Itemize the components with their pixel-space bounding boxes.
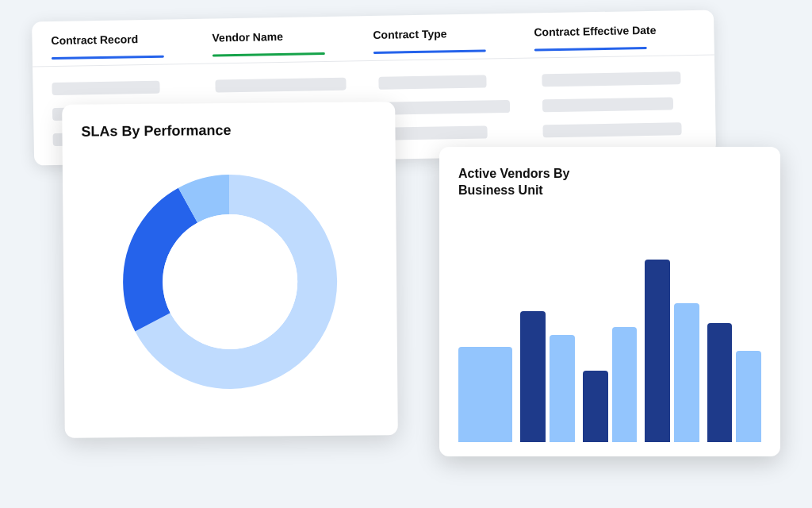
- bar-light-5: [736, 351, 761, 442]
- skeleton-cell: [542, 97, 673, 112]
- skeleton-cell: [542, 71, 680, 87]
- col-contract-type: Contract Type: [373, 25, 534, 48]
- bar-chart-area: [458, 212, 761, 442]
- bar-dark-2: [520, 311, 546, 442]
- skeleton-cell: [379, 126, 487, 140]
- donut-chart-svg: [110, 162, 350, 402]
- bar-group-1: [458, 347, 512, 442]
- bar-light-4: [674, 303, 699, 442]
- skeleton-cell: [379, 100, 510, 115]
- bar-group-5: [707, 323, 761, 442]
- skeleton-cell: [542, 122, 681, 137]
- sla-chart-card: SLAs By Performance: [62, 102, 398, 438]
- bar-light-2: [550, 335, 575, 442]
- bar-light-1: [458, 347, 512, 442]
- bar-chart-card: Active Vendors ByBusiness Unit: [439, 147, 780, 456]
- sla-chart-title: SLAs By Performance: [81, 121, 376, 140]
- bar-chart-title: Active Vendors ByBusiness Unit: [458, 166, 761, 199]
- bar-group-2: [520, 311, 574, 442]
- skeleton-cell: [215, 78, 346, 93]
- bar-dark-4: [645, 260, 670, 442]
- skeleton-cell: [52, 81, 159, 95]
- svg-point-3: [162, 214, 297, 349]
- bar-dark-5: [707, 323, 733, 442]
- bar-group-4: [645, 260, 699, 442]
- col-contract-record: Contract Record: [51, 32, 212, 54]
- skeleton-cell: [378, 75, 486, 90]
- bar-dark-3: [583, 371, 608, 442]
- donut-chart-container: [82, 153, 379, 410]
- scene: Contract Record Vendor Name Contract Typ…: [0, 0, 812, 508]
- bar-group-3: [583, 327, 637, 442]
- bar-light-3: [612, 327, 638, 442]
- col-contract-effective-date: Contract Effective Date: [534, 23, 695, 45]
- col-vendor-name: Vendor Name: [212, 29, 373, 51]
